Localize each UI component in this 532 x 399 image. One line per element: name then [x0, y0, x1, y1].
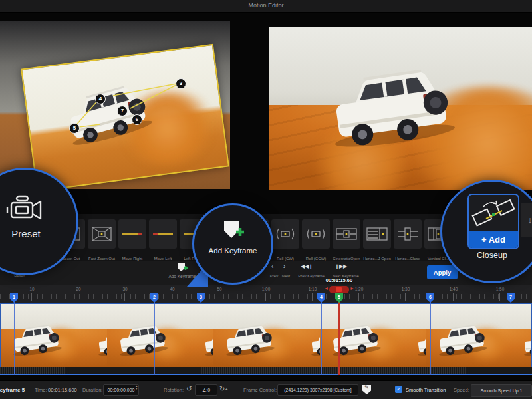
- ruler-tick-label: 1:50: [491, 287, 509, 291]
- rotation-label: Rotation:: [164, 387, 184, 393]
- crop-region[interactable]: [21, 44, 229, 189]
- next-icon[interactable]: ›: [283, 263, 285, 270]
- result-preview: [269, 27, 532, 190]
- path-marker-3[interactable]: 3: [176, 78, 186, 89]
- playhead-handle[interactable]: ◄ ►: [329, 286, 349, 293]
- next-keyframe-icon[interactable]: ❙▶▶: [335, 263, 347, 269]
- frame-edit-icon[interactable]: ✎: [362, 385, 371, 394]
- ruler-tick-label: 20: [69, 287, 88, 291]
- path-marker-5[interactable]: 5: [69, 123, 80, 134]
- preset-tile-horizo-j-open[interactable]: Horizo...J Open: [363, 219, 391, 249]
- timeline-ruler[interactable]: 10203040501:001:101:201:301:401:50123456…: [0, 285, 532, 303]
- preset-tile-roll-cw[interactable]: Roll (CW): [271, 219, 299, 249]
- rotate-ccw-icon[interactable]: ↺: [186, 385, 192, 392]
- playhead-left-arrow-icon[interactable]: ◄: [324, 286, 329, 291]
- ruler-tick-label: 1:40: [444, 287, 463, 291]
- smooth-transition-checkbox[interactable]: ✓: [395, 386, 402, 393]
- preset-tile-fast-zoom-out[interactable]: Fast Zoom Out: [88, 219, 116, 249]
- current-keyframe-label: Keyframe 5: [0, 387, 25, 393]
- filmstrip-thumbnail[interactable]: [320, 304, 426, 367]
- closeup-preset-icon: [471, 198, 515, 229]
- keyframe-plus-icon: [223, 220, 245, 241]
- preset-tile-move-right[interactable]: Move Right: [118, 219, 146, 249]
- playhead-right-arrow-icon[interactable]: ►: [350, 286, 354, 291]
- next-label: Next: [278, 274, 294, 278]
- smooth-transition-label: Smooth Transition: [406, 387, 446, 393]
- duration-stepper[interactable]: ▲▼: [135, 385, 138, 390]
- keyframe-badge-5[interactable]: 5: [335, 293, 343, 303]
- thumb-suv: [219, 319, 282, 364]
- keyframe-badge-2[interactable]: 2: [150, 293, 158, 303]
- title-bar: Motion Editor: [0, 0, 532, 13]
- thumb-suv: [112, 319, 176, 364]
- thumb-suv-partial: [199, 325, 213, 363]
- duration-input[interactable]: 00:00:00.000: [103, 384, 139, 396]
- apply-button[interactable]: Apply: [427, 265, 458, 279]
- motion-editor-window: Motion Editor Zoom InZoom OutFast Zoom O…: [0, 0, 532, 399]
- frame-control-label: Frame Control:: [243, 387, 277, 393]
- ruler-tick-label: 10: [23, 287, 41, 291]
- frame-control-input[interactable]: (2414,1229) 3907x2198 [Custom]: [277, 384, 358, 396]
- path-marker-6[interactable]: 6: [132, 114, 142, 125]
- preset-tile-cinematicopen[interactable]: CinematicOpen: [332, 219, 360, 249]
- add-keyframe-icon[interactable]: [177, 263, 188, 273]
- speed-label: Speed:: [454, 387, 469, 393]
- ruler-tick-label: 30: [116, 287, 134, 291]
- filmstrip-thumbnail[interactable]: [426, 304, 532, 367]
- filmstrip-thumbnail[interactable]: [213, 304, 320, 367]
- preset-tile-horizo-close[interactable]: Horizo...Close: [394, 219, 422, 249]
- preset-tile-roll-ccw[interactable]: Roll (CCW): [302, 219, 330, 249]
- keyframe-badge-6[interactable]: 6: [426, 293, 434, 303]
- prev-keyframe-icon[interactable]: ◀◀❙: [301, 263, 313, 269]
- add-keyframe-callout: Add Keyframe: [192, 203, 273, 285]
- thumb-suv: [432, 319, 495, 364]
- filmstrip-thumbnail[interactable]: [1, 304, 107, 367]
- audio-waveform-strip: [0, 367, 532, 374]
- add-keyframe-callout-label: Add Keyframe: [194, 247, 271, 255]
- time-label: Time:: [35, 387, 47, 393]
- thumb-suv: [325, 319, 388, 364]
- ruler-tick-label: 1:30: [396, 287, 415, 291]
- thumb-suv: [6, 319, 69, 364]
- keyframe-badge-7[interactable]: 7: [507, 293, 515, 303]
- clip-selection-border: [0, 374, 532, 375]
- clip-filmstrip[interactable]: [0, 303, 532, 367]
- filmstrip-thumbnail[interactable]: [107, 304, 213, 367]
- keyframe-badge-4[interactable]: 4: [317, 293, 325, 303]
- thumb-suv-partial: [305, 325, 320, 363]
- ruler-tick-label: 1:00: [257, 287, 275, 291]
- playhead-timecode: 00:01:15.60: [313, 277, 366, 283]
- duration-label: Duration:: [82, 387, 102, 393]
- preset-tile-partial[interactable]: ↓: [521, 203, 532, 237]
- preset-tile-closeup[interactable]: + Add: [467, 194, 519, 249]
- thumb-suv-partial: [518, 325, 532, 363]
- status-bar: Keyframe 5 Time: 00:01:15.600 Duration: …: [0, 380, 532, 399]
- add-preset-button[interactable]: + Add: [469, 231, 518, 248]
- prev-icon[interactable]: ‹: [271, 263, 273, 270]
- speed-dropdown[interactable]: Smooth Speed Up 1: [471, 384, 532, 397]
- path-marker-7[interactable]: 7: [117, 106, 128, 116]
- preset-tile-move-left[interactable]: Move Left: [149, 219, 177, 249]
- suv-crop: [53, 71, 168, 160]
- path-marker-4[interactable]: 4: [95, 94, 106, 104]
- video-camera-icon: [6, 195, 47, 224]
- preset-callout-label: Preset: [0, 228, 53, 239]
- window-title: Motion Editor: [0, 2, 532, 9]
- rotation-input[interactable]: ∠:0: [195, 384, 217, 396]
- thumb-suv-partial: [92, 325, 107, 363]
- ruler-tick-label: 1:10: [303, 287, 322, 291]
- time-value: 00:01:15.600: [48, 387, 77, 393]
- ruler-tick-label: 40: [163, 287, 182, 291]
- playhead-marker: [336, 287, 342, 292]
- arrow-down-icon: ↓: [528, 215, 532, 225]
- motion-path-preview[interactable]: [0, 21, 230, 189]
- ruler-tick-label: 50: [210, 287, 229, 291]
- suv-result: [317, 55, 473, 164]
- thumb-suv-partial: [412, 325, 426, 363]
- keyframe-badge-3[interactable]: 3: [197, 293, 205, 303]
- closeup-callout-label: Closeup: [442, 251, 532, 260]
- rotate-cw-icon[interactable]: ↻+: [219, 385, 227, 392]
- keyframe-badge-1[interactable]: 1: [10, 293, 18, 303]
